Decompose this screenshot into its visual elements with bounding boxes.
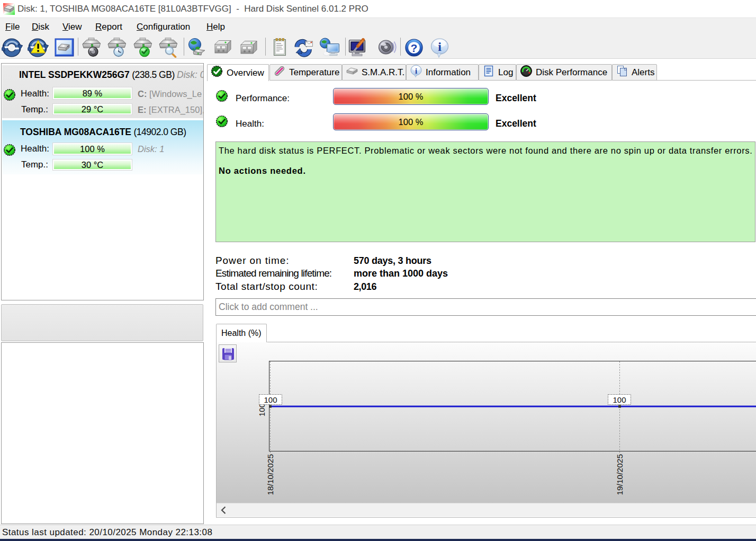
svg-text:18/10/2025: 18/10/2025: [266, 454, 275, 495]
svg-text:i: i: [438, 40, 442, 54]
svg-text:?: ?: [411, 42, 418, 54]
svg-text:i: i: [415, 67, 417, 75]
svg-text:100: 100: [257, 403, 266, 416]
svg-text:100: 100: [613, 395, 626, 404]
svg-text:100: 100: [264, 395, 277, 404]
svg-text:19/10/2025: 19/10/2025: [615, 454, 624, 495]
